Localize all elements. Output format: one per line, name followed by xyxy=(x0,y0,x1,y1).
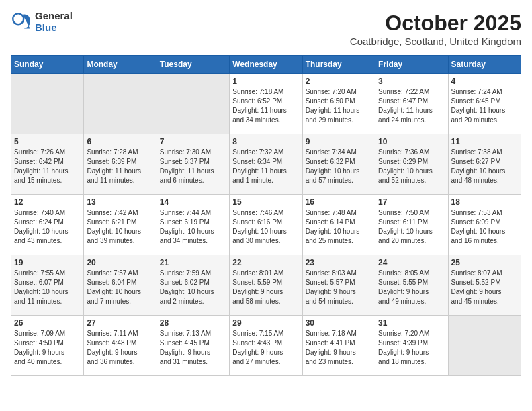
header: General Blue October 2025 Coatbridge, Sc… xyxy=(11,11,521,47)
calendar-cell: 2Sunrise: 7:20 AM Sunset: 6:50 PM Daylig… xyxy=(302,74,375,134)
day-info: Sunrise: 7:53 AM Sunset: 6:09 PM Dayligh… xyxy=(451,208,518,246)
calendar-cell: 21Sunrise: 7:59 AM Sunset: 6:02 PM Dayli… xyxy=(157,255,229,316)
calendar-cell: 1Sunrise: 7:18 AM Sunset: 6:52 PM Daylig… xyxy=(230,74,302,134)
weekday-header-sunday: Sunday xyxy=(11,56,84,74)
calendar-cell: 11Sunrise: 7:38 AM Sunset: 6:27 PM Dayli… xyxy=(448,134,521,195)
title-area: October 2025 Coatbridge, Scotland, Unite… xyxy=(350,11,521,47)
calendar-cell: 29Sunrise: 7:15 AM Sunset: 4:43 PM Dayli… xyxy=(230,316,302,376)
day-number: 3 xyxy=(378,77,445,86)
day-number: 6 xyxy=(87,137,153,146)
calendar-cell xyxy=(448,316,521,376)
weekday-header-monday: Monday xyxy=(84,56,157,74)
day-info: Sunrise: 7:59 AM Sunset: 6:02 PM Dayligh… xyxy=(160,269,226,306)
day-number: 7 xyxy=(160,137,226,146)
weekday-header-wednesday: Wednesday xyxy=(230,56,302,74)
day-number: 11 xyxy=(451,137,518,146)
calendar-cell: 16Sunrise: 7:48 AM Sunset: 6:14 PM Dayli… xyxy=(302,195,375,255)
calendar-cell: 18Sunrise: 7:53 AM Sunset: 6:09 PM Dayli… xyxy=(448,195,521,255)
day-info: Sunrise: 7:18 AM Sunset: 6:52 PM Dayligh… xyxy=(232,87,299,125)
day-info: Sunrise: 8:05 AM Sunset: 5:55 PM Dayligh… xyxy=(378,269,445,306)
day-number: 27 xyxy=(87,318,153,328)
weekday-header-row: SundayMondayTuesdayWednesdayThursdayFrid… xyxy=(11,56,521,74)
day-info: Sunrise: 7:26 AM Sunset: 6:42 PM Dayligh… xyxy=(14,148,81,185)
day-number: 30 xyxy=(306,318,372,328)
day-number: 16 xyxy=(306,197,372,207)
day-number: 24 xyxy=(378,258,445,267)
day-info: Sunrise: 7:42 AM Sunset: 6:21 PM Dayligh… xyxy=(87,208,153,246)
day-info: Sunrise: 8:01 AM Sunset: 5:59 PM Dayligh… xyxy=(232,269,299,306)
day-info: Sunrise: 7:34 AM Sunset: 6:32 PM Dayligh… xyxy=(306,148,372,185)
day-info: Sunrise: 7:13 AM Sunset: 4:45 PM Dayligh… xyxy=(160,329,226,367)
day-info: Sunrise: 7:18 AM Sunset: 4:41 PM Dayligh… xyxy=(306,329,372,367)
day-number: 25 xyxy=(451,258,518,267)
calendar-cell: 14Sunrise: 7:44 AM Sunset: 6:19 PM Dayli… xyxy=(157,195,229,255)
week-row-1: 1Sunrise: 7:18 AM Sunset: 6:52 PM Daylig… xyxy=(11,74,521,134)
day-number: 26 xyxy=(14,318,81,328)
week-row-5: 26Sunrise: 7:09 AM Sunset: 4:50 PM Dayli… xyxy=(11,316,521,376)
weekday-header-friday: Friday xyxy=(375,56,448,74)
day-number: 4 xyxy=(451,77,518,86)
day-info: Sunrise: 7:38 AM Sunset: 6:27 PM Dayligh… xyxy=(451,148,518,185)
calendar-cell: 13Sunrise: 7:42 AM Sunset: 6:21 PM Dayli… xyxy=(84,195,157,255)
calendar-cell: 26Sunrise: 7:09 AM Sunset: 4:50 PM Dayli… xyxy=(11,316,84,376)
day-info: Sunrise: 8:03 AM Sunset: 5:57 PM Dayligh… xyxy=(306,269,372,306)
calendar-cell: 12Sunrise: 7:40 AM Sunset: 6:24 PM Dayli… xyxy=(11,195,84,255)
day-number: 1 xyxy=(232,77,299,86)
day-info: Sunrise: 7:57 AM Sunset: 6:04 PM Dayligh… xyxy=(87,269,153,306)
day-info: Sunrise: 7:30 AM Sunset: 6:37 PM Dayligh… xyxy=(160,148,226,185)
day-number: 28 xyxy=(160,318,226,328)
logo-text: General Blue xyxy=(35,11,73,33)
logo: General Blue xyxy=(11,11,73,33)
day-number: 10 xyxy=(378,137,445,146)
calendar-cell: 31Sunrise: 7:20 AM Sunset: 4:39 PM Dayli… xyxy=(375,316,448,376)
day-number: 19 xyxy=(14,258,81,267)
calendar-cell: 28Sunrise: 7:13 AM Sunset: 4:45 PM Dayli… xyxy=(157,316,229,376)
day-info: Sunrise: 7:44 AM Sunset: 6:19 PM Dayligh… xyxy=(160,208,226,246)
day-info: Sunrise: 7:15 AM Sunset: 4:43 PM Dayligh… xyxy=(232,329,299,367)
day-info: Sunrise: 7:50 AM Sunset: 6:11 PM Dayligh… xyxy=(378,208,445,246)
week-row-2: 5Sunrise: 7:26 AM Sunset: 6:42 PM Daylig… xyxy=(11,134,521,195)
logo-blue-label: Blue xyxy=(35,22,73,34)
day-number: 2 xyxy=(306,77,372,86)
calendar-cell: 19Sunrise: 7:55 AM Sunset: 6:07 PM Dayli… xyxy=(11,255,84,316)
calendar-cell: 22Sunrise: 8:01 AM Sunset: 5:59 PM Dayli… xyxy=(230,255,302,316)
calendar-cell: 20Sunrise: 7:57 AM Sunset: 6:04 PM Dayli… xyxy=(84,255,157,316)
calendar-cell: 9Sunrise: 7:34 AM Sunset: 6:32 PM Daylig… xyxy=(302,134,375,195)
location-label: Coatbridge, Scotland, United Kingdom xyxy=(350,36,521,47)
week-row-3: 12Sunrise: 7:40 AM Sunset: 6:24 PM Dayli… xyxy=(11,195,521,255)
calendar-cell xyxy=(157,74,229,134)
day-info: Sunrise: 8:07 AM Sunset: 5:52 PM Dayligh… xyxy=(451,269,518,306)
calendar-cell: 5Sunrise: 7:26 AM Sunset: 6:42 PM Daylig… xyxy=(11,134,84,195)
day-number: 18 xyxy=(451,197,518,207)
calendar-cell: 25Sunrise: 8:07 AM Sunset: 5:52 PM Dayli… xyxy=(448,255,521,316)
calendar-cell: 4Sunrise: 7:24 AM Sunset: 6:45 PM Daylig… xyxy=(448,74,521,134)
calendar-cell: 3Sunrise: 7:22 AM Sunset: 6:47 PM Daylig… xyxy=(375,74,448,134)
logo-general-label: General xyxy=(35,11,73,22)
calendar-cell xyxy=(11,74,84,134)
day-number: 9 xyxy=(306,137,372,146)
day-info: Sunrise: 7:09 AM Sunset: 4:50 PM Dayligh… xyxy=(14,329,81,367)
calendar-cell: 7Sunrise: 7:30 AM Sunset: 6:37 PM Daylig… xyxy=(157,134,229,195)
calendar-cell: 23Sunrise: 8:03 AM Sunset: 5:57 PM Dayli… xyxy=(302,255,375,316)
day-info: Sunrise: 7:20 AM Sunset: 4:39 PM Dayligh… xyxy=(378,329,445,367)
calendar-table: SundayMondayTuesdayWednesdayThursdayFrid… xyxy=(11,55,521,376)
day-info: Sunrise: 7:48 AM Sunset: 6:14 PM Dayligh… xyxy=(306,208,372,246)
day-info: Sunrise: 7:36 AM Sunset: 6:29 PM Dayligh… xyxy=(378,148,445,185)
day-info: Sunrise: 7:22 AM Sunset: 6:47 PM Dayligh… xyxy=(378,87,445,125)
day-number: 29 xyxy=(232,318,299,328)
day-number: 17 xyxy=(378,197,445,207)
calendar-cell: 15Sunrise: 7:46 AM Sunset: 6:16 PM Dayli… xyxy=(230,195,302,255)
day-info: Sunrise: 7:55 AM Sunset: 6:07 PM Dayligh… xyxy=(14,269,81,306)
day-number: 22 xyxy=(232,258,299,267)
day-number: 5 xyxy=(14,137,81,146)
day-info: Sunrise: 7:46 AM Sunset: 6:16 PM Dayligh… xyxy=(232,208,299,246)
weekday-header-tuesday: Tuesday xyxy=(157,56,229,74)
day-number: 14 xyxy=(160,197,226,207)
day-number: 13 xyxy=(87,197,153,207)
day-number: 23 xyxy=(306,258,372,267)
logo-icon xyxy=(11,11,32,33)
day-number: 21 xyxy=(160,258,226,267)
day-number: 20 xyxy=(87,258,153,267)
day-number: 15 xyxy=(232,197,299,207)
calendar-cell: 30Sunrise: 7:18 AM Sunset: 4:41 PM Dayli… xyxy=(302,316,375,376)
